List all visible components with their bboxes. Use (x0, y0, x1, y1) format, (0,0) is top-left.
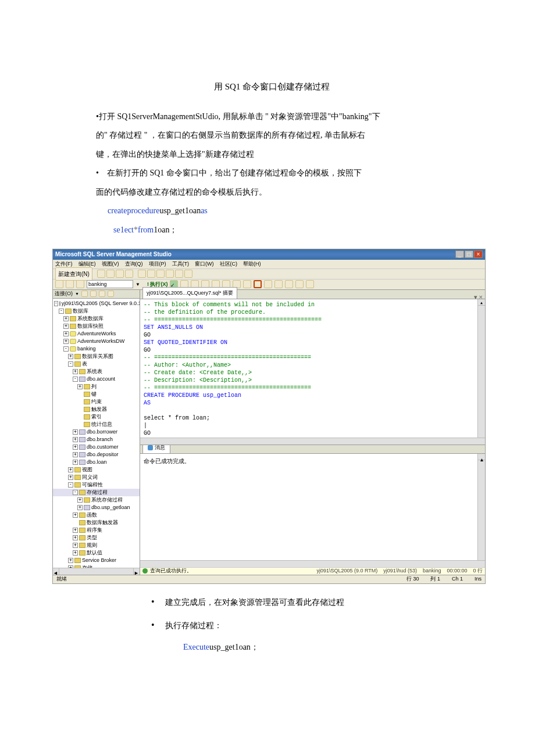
tree-node[interactable]: +同义词 (53, 474, 140, 481)
tree-node[interactable]: +dbo.customer (53, 443, 140, 451)
tree-node[interactable]: -dbo.account (53, 375, 140, 383)
tree-node[interactable]: +dbo.depositor (53, 451, 140, 458)
tree-node[interactable]: 统计信息 (53, 421, 140, 428)
database-combo[interactable] (87, 280, 133, 288)
tree-expander[interactable]: - (68, 361, 73, 367)
toolbar-icon[interactable] (90, 291, 97, 297)
tree-expander[interactable]: + (73, 445, 78, 450)
tree-expander[interactable]: + (73, 452, 78, 457)
tree-node[interactable]: +系统数据库 (53, 315, 140, 323)
menu-item[interactable]: 工具(T) (172, 259, 190, 269)
toolbar-icon[interactable] (99, 291, 105, 297)
tree-node[interactable]: +dbo.branch (53, 436, 140, 443)
toolbar-icon[interactable] (97, 270, 105, 278)
toolbar-icon[interactable] (55, 280, 63, 288)
scrollbar-v[interactable]: ▴ (477, 299, 485, 445)
tree-expander[interactable]: + (73, 429, 78, 435)
tree-node[interactable]: +dbo.borrower (53, 428, 140, 436)
tree-node[interactable]: +系统存储过程 (53, 496, 140, 504)
toolbar-icon[interactable] (76, 280, 84, 288)
toolbar-icon[interactable] (147, 270, 155, 278)
tree-node[interactable]: +系统表 (53, 368, 140, 375)
toolbar-icon[interactable] (184, 270, 192, 278)
tree-expander[interactable]: - (73, 490, 78, 495)
menu-item[interactable]: 视图(V) (102, 259, 119, 269)
toolbar-icon[interactable] (116, 270, 124, 278)
tree-node[interactable]: -可编程性 (53, 481, 140, 489)
tree-node[interactable]: -存储过程 (53, 489, 140, 496)
tree-expander[interactable]: - (54, 301, 58, 306)
menu-item[interactable]: 项目(P) (149, 259, 166, 269)
toolbar-icon[interactable] (285, 280, 293, 288)
tree-node[interactable]: +dbo.usp_getloan (53, 504, 140, 511)
new-query-button[interactable]: 新建查询(N) (55, 267, 92, 281)
minimize-button[interactable]: _ (455, 250, 464, 258)
tree-node[interactable]: +函数 (53, 511, 140, 519)
tree-node[interactable]: +列 (53, 383, 140, 390)
menu-item[interactable]: 帮助(H) (243, 259, 261, 269)
tree-expander[interactable]: + (68, 354, 73, 359)
toolbar-icon[interactable] (125, 270, 133, 278)
tree-node[interactable]: -banking (53, 345, 140, 353)
tree-node[interactable]: +程序集 (53, 526, 140, 534)
tree-node[interactable]: +默认值 (53, 549, 140, 557)
tree-expander[interactable]: + (63, 316, 69, 321)
toolbar-icon[interactable] (66, 280, 74, 288)
tree-node[interactable]: 索引 (53, 413, 140, 421)
tree-expander[interactable]: - (68, 482, 73, 488)
toolbar-icon[interactable] (175, 270, 183, 278)
tree-node[interactable]: -数据库 (53, 307, 140, 315)
connect-button[interactable]: 连接(O) (55, 290, 73, 299)
tree-expander[interactable]: + (73, 460, 78, 465)
close-button[interactable]: × (474, 250, 483, 258)
toolbar-icon[interactable] (295, 280, 304, 288)
toolbar-icon[interactable] (81, 291, 88, 297)
tree-node[interactable]: -表 (53, 360, 140, 368)
tree-node[interactable]: 键 (53, 390, 140, 398)
tree-expander[interactable]: + (77, 384, 83, 389)
tree-node[interactable]: 约束 (53, 398, 140, 406)
tree-expander[interactable]: - (59, 309, 64, 314)
tree-expander[interactable]: + (73, 513, 78, 518)
tree-expander[interactable]: - (63, 346, 69, 352)
menu-item[interactable]: 社区(C) (220, 259, 238, 269)
toolbar-icon[interactable] (274, 280, 283, 288)
tree-expander[interactable]: + (73, 535, 78, 540)
tree-expander[interactable]: + (68, 467, 73, 472)
menu-item[interactable]: 查询(Q) (125, 259, 143, 269)
toolbar-icon[interactable] (106, 270, 115, 278)
tree-expander[interactable]: + (73, 543, 78, 548)
tree-expander[interactable]: + (73, 550, 78, 556)
titlebar[interactable]: Microsoft SQL Server Management Studio _… (53, 249, 485, 260)
code-editor[interactable]: -- This block of comments will not be in… (140, 299, 485, 446)
tree-expander[interactable]: + (73, 528, 78, 533)
tree-node[interactable]: -yj091\SQL2005 (SQL Server 9.0.1399 - yj… (53, 300, 140, 307)
toolbar-icon[interactable] (108, 291, 114, 297)
toolbar-icon[interactable] (306, 280, 314, 288)
tree-node[interactable]: +数据库关系图 (53, 353, 140, 360)
tree-expander[interactable]: + (73, 369, 78, 374)
toolbar-icon[interactable] (243, 280, 251, 288)
tree-node[interactable]: +AdventureWorks (53, 330, 140, 338)
scrollbar-h[interactable] (140, 560, 485, 567)
tree-node[interactable]: +AdventureWorksDW (53, 338, 140, 345)
scrollbar-v[interactable]: ▴ (477, 454, 485, 567)
tree-expander[interactable]: + (73, 437, 78, 442)
tree-node[interactable]: +数据库快照 (53, 323, 140, 330)
toolbar-icon[interactable] (166, 270, 174, 278)
tree-node[interactable]: +Service Broker (53, 557, 140, 564)
scrollbar-h[interactable] (140, 438, 485, 445)
tree-expander[interactable]: + (77, 497, 83, 503)
tree-expander[interactable]: + (68, 475, 73, 480)
tree-node[interactable]: 触发器 (53, 406, 140, 413)
tree-expander[interactable]: + (63, 339, 69, 344)
menu-item[interactable]: 窗口(W) (195, 259, 214, 269)
editor-tab[interactable]: yj091\SQL2005...QLQuery7.sql* 摘要 (142, 287, 237, 299)
tree-node[interactable]: +类型 (53, 534, 140, 542)
toolbar-icon[interactable] (264, 280, 272, 288)
tree-node[interactable]: +dbo.loan (53, 458, 140, 466)
maximize-button[interactable]: □ (465, 250, 473, 258)
toolbar-icon[interactable] (138, 270, 146, 278)
tree-expander[interactable]: + (68, 558, 73, 563)
toolbar-icon[interactable] (254, 280, 262, 288)
